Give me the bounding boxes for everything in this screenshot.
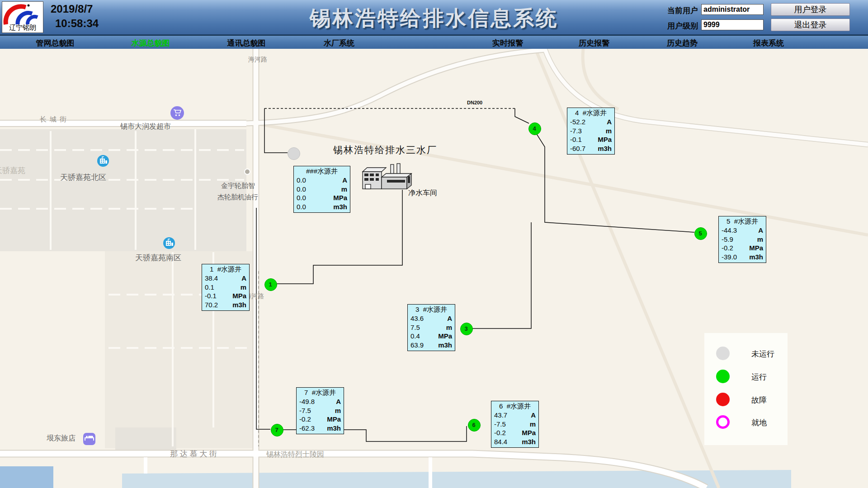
current-user-input[interactable] xyxy=(701,4,764,15)
cart-icon xyxy=(170,106,184,120)
street-label-changcheng: 长城街 xyxy=(40,115,70,124)
well-row: 0.4MPa xyxy=(410,332,452,341)
well-marker-4[interactable]: 4 xyxy=(528,122,541,135)
well-row: -60.7m3h xyxy=(570,144,612,153)
well-row: 70.2m3h xyxy=(205,300,246,310)
poi-label-tianjiao: 天骄嘉苑 xyxy=(0,165,25,176)
stopped-status-icon xyxy=(716,347,730,360)
well-row: -0.2MPa xyxy=(722,244,763,253)
well-marker-6[interactable]: 6 xyxy=(468,419,481,432)
nav-item-history-alarms[interactable]: 历史报警 xyxy=(579,38,609,48)
well-panel-7[interactable]: 7 #水源井 -49.8A -7.5m -0.2MPa -62.3m3h xyxy=(296,387,344,434)
nav-item-report-system[interactable]: 报表系统 xyxy=(753,38,784,48)
well-panel-unknown[interactable]: ###水源井 0.0A 0.0m 0.0MPa 0.0m3h xyxy=(293,166,350,213)
well-marker-stopped[interactable] xyxy=(288,147,300,160)
main-nav: 管网总貌图 水源总貌图 通讯总貌图 水厂系统 实时报警 历史报警 历史趋势 报表… xyxy=(0,35,868,49)
pin-icon xyxy=(245,169,250,174)
current-user-label: 当前用户 xyxy=(667,5,698,16)
nav-item-communication-overview[interactable]: 通讯总貌图 xyxy=(227,38,266,48)
pipe-diameter-label: DN200 xyxy=(467,100,482,105)
well-title: 4 #水源井 xyxy=(570,108,612,117)
well-title: 5 #水源井 xyxy=(722,217,763,226)
well-marker-3[interactable]: 3 xyxy=(460,323,473,335)
street-label-nadamu: 那 达 慕 大 街 xyxy=(170,449,217,459)
well-row: 43.7A xyxy=(494,411,536,420)
poi-label-cemetery: 锡林浩特烈士陵园 xyxy=(266,450,324,460)
well-title: 6 #水源井 xyxy=(494,402,536,411)
legend-item-running: 运行 xyxy=(704,370,788,383)
nav-item-pipe-network-overview[interactable]: 管网总貌图 xyxy=(36,38,75,48)
nav-item-water-source-overview[interactable]: 水源总貌图 xyxy=(132,38,170,48)
workshop-label: 净水车间 xyxy=(408,188,437,198)
well-panel-5[interactable]: 5 #水源井 -44.3A -5.9m -0.2MPa -39.0m3h xyxy=(718,216,766,263)
well-row: 0.0A xyxy=(297,176,347,185)
poi-label-tianjiao-south: 天骄嘉苑南区 xyxy=(135,253,181,263)
legend-item-fault: 故障 xyxy=(704,393,788,406)
well-row: 38.4A xyxy=(205,274,246,283)
nav-item-water-plant-system[interactable]: 水厂系统 xyxy=(324,38,354,48)
well-marker-5[interactable]: 5 xyxy=(694,227,707,240)
map-block xyxy=(0,129,246,251)
logout-button[interactable]: 退出登录 xyxy=(771,19,850,31)
map-water xyxy=(0,466,53,488)
user-level-label: 用户级别 xyxy=(667,21,698,31)
bed-icon xyxy=(83,433,95,445)
well-row: -0.1MPa xyxy=(570,135,612,144)
well-row: 7.5m xyxy=(410,323,452,332)
poi-label-supermarket: 锡市大润发超市 xyxy=(120,122,171,131)
nav-item-realtime-alarms[interactable]: 实时报警 xyxy=(492,38,523,48)
well-row: -39.0m3h xyxy=(722,253,763,262)
residence-icon xyxy=(97,155,109,167)
status-legend: 未运行 运行 故障 就地 xyxy=(704,333,788,445)
well-panel-1[interactable]: 1 #水源井 38.4A 0.1m -0.1MPa 70.2m3h xyxy=(202,264,250,311)
local-status-icon xyxy=(716,415,730,429)
well-row: -0.2MPa xyxy=(494,428,536,437)
well-marker-7[interactable]: 7 xyxy=(271,424,283,436)
app-header: 辽宁铭朗 2019/8/7 10:58:34 锡林浩特给排水信息系统 当前用户 … xyxy=(0,0,868,35)
well-panel-6[interactable]: 6 #水源井 43.7A -7.5m -0.2MPa 84.4m3h xyxy=(491,401,539,448)
well-row: -52.2A xyxy=(570,117,612,127)
well-title: 3 #水源井 xyxy=(410,305,452,314)
poi-label-jinyu-1: 金宇轮胎智 xyxy=(221,182,255,190)
nav-item-history-trends[interactable]: 历史趋势 xyxy=(667,38,698,48)
poi-label-hotel: 垠东旅店 xyxy=(47,434,75,443)
well-row: 0.0m3h xyxy=(297,202,347,211)
legend-item-local: 就地 xyxy=(704,415,788,429)
well-marker-1[interactable]: 1 xyxy=(264,278,277,291)
fault-status-icon xyxy=(716,393,730,406)
residence-icon xyxy=(163,237,175,249)
legend-item-stopped: 未运行 xyxy=(704,347,788,360)
plant-title: 锡林浩特给排水三水厂 xyxy=(333,144,437,156)
well-row: -0.2MPa xyxy=(299,415,341,424)
well-row: 0.0m xyxy=(297,185,347,194)
running-status-icon xyxy=(716,370,730,383)
well-row: -62.3m3h xyxy=(299,424,341,433)
poi-label-jinyu-2: 杰轮胎机油行 xyxy=(217,193,258,202)
well-row: 43.6A xyxy=(410,314,452,323)
street-label-haihe-north: 海河路 xyxy=(248,56,267,62)
user-level-input[interactable] xyxy=(701,19,764,30)
well-row: 84.4m3h xyxy=(494,437,536,446)
well-title: ###水源井 xyxy=(297,167,347,176)
poi-label-tianjiao-north: 天骄嘉苑北区 xyxy=(60,172,106,183)
well-row: -44.3A xyxy=(722,226,763,235)
well-row: -7.5m xyxy=(494,420,536,429)
well-row: -0.1MPa xyxy=(205,291,246,300)
well-panel-3[interactable]: 3 #水源井 43.6A 7.5m 0.4MPa 63.9m3h xyxy=(407,304,455,351)
map-block xyxy=(115,427,176,454)
well-row: 63.9m3h xyxy=(410,341,452,350)
well-row: 0.1m xyxy=(205,283,246,292)
well-row: -49.8A xyxy=(299,397,341,406)
well-title: 7 #水源井 xyxy=(299,388,341,397)
well-row: 0.0MPa xyxy=(297,193,347,202)
well-row: -7.3m xyxy=(570,127,612,136)
factory-building-icon xyxy=(363,164,411,189)
well-row: -7.5m xyxy=(299,406,341,415)
well-title: 1 #水源井 xyxy=(205,265,246,274)
well-panel-4[interactable]: 4 #水源井 -52.2A -7.3m -0.1MPa -60.7m3h xyxy=(567,108,615,155)
user-login-button[interactable]: 用户登录 xyxy=(771,3,850,16)
well-row: -5.9m xyxy=(722,235,763,244)
